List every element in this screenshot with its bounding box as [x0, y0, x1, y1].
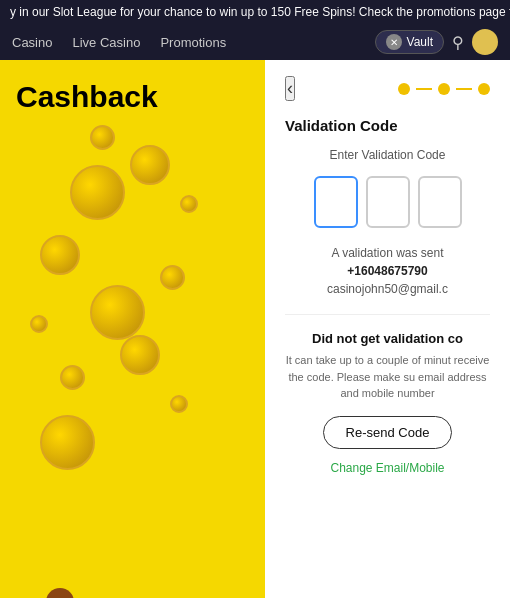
- cashback-title: Cashback: [16, 80, 158, 114]
- nav-live-casino[interactable]: Live Casino: [72, 35, 140, 50]
- email-display: casinojohn50@gmail.c: [327, 282, 448, 296]
- vault-button[interactable]: ✕ Vault: [375, 30, 444, 54]
- left-panel-cashback: Cashback: [0, 60, 265, 598]
- code-input-3[interactable]: [418, 176, 462, 228]
- vault-icon: ✕: [386, 34, 402, 50]
- progress-line-2: [456, 88, 472, 90]
- main-content: Cashback ‹: [0, 60, 510, 598]
- navigation: Casino Live Casino Promotions ✕ Vault ⚲: [0, 24, 510, 60]
- nav-promotions[interactable]: Promotions: [160, 35, 226, 50]
- phone-number: +16048675790: [347, 264, 427, 278]
- coins-decoration: [10, 115, 265, 598]
- did-not-get-section: Did not get validation co It can take up…: [285, 331, 490, 402]
- back-button[interactable]: ‹: [285, 76, 295, 101]
- right-panel: ‹ Validation Code Enter Validation Code …: [265, 60, 510, 598]
- coin-7: [90, 285, 145, 340]
- did-not-get-title: Did not get validation co: [285, 331, 490, 346]
- section-title: Validation Code: [285, 117, 490, 134]
- did-not-get-text: It can take up to a couple of minut rece…: [285, 352, 490, 402]
- coin-9: [120, 335, 160, 375]
- change-email-mobile-link[interactable]: Change Email/Mobile: [285, 461, 490, 475]
- resend-button[interactable]: Re-send Code: [323, 416, 453, 449]
- progress-dot-3: [478, 83, 490, 95]
- coin-12: [40, 415, 95, 470]
- code-input-1[interactable]: [314, 176, 358, 228]
- progress-header: ‹: [285, 76, 490, 101]
- nav-right: ✕ Vault ⚲: [375, 29, 498, 55]
- enter-code-label: Enter Validation Code: [285, 148, 490, 162]
- progress-dots: [398, 83, 490, 95]
- coin-2: [130, 145, 170, 185]
- nav-casino[interactable]: Casino: [12, 35, 52, 50]
- coin-5: [40, 235, 80, 275]
- coin-11: [170, 395, 188, 413]
- progress-line-1: [416, 88, 432, 90]
- sent-message: A validation was sent +16048675790 casin…: [285, 244, 490, 298]
- ticker-bar: y in our Slot League for your chance to …: [0, 0, 510, 24]
- progress-dot-2: [438, 83, 450, 95]
- coin-10: [60, 365, 85, 390]
- divider: [285, 314, 490, 315]
- progress-dot-1: [398, 83, 410, 95]
- search-icon: ⚲: [452, 34, 464, 51]
- user-avatar-button[interactable]: [472, 29, 498, 55]
- figure-head: [46, 588, 74, 598]
- coin-8: [30, 315, 48, 333]
- search-button[interactable]: ⚲: [452, 33, 464, 52]
- coin-4: [180, 195, 198, 213]
- code-input-2[interactable]: [366, 176, 410, 228]
- coin-1: [70, 165, 125, 220]
- code-inputs: [285, 176, 490, 228]
- coin-6: [160, 265, 185, 290]
- coin-3: [90, 125, 115, 150]
